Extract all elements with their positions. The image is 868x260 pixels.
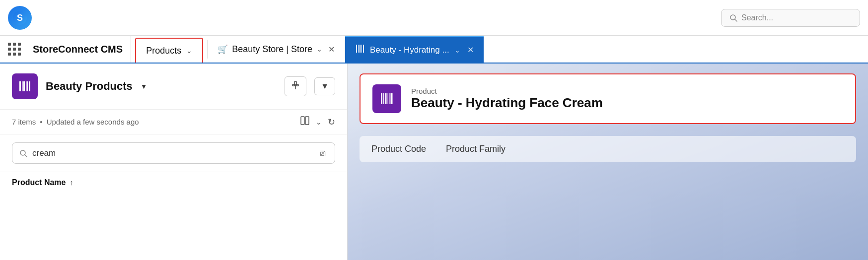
svg-rect-24 [385,93,387,104]
app-logo: S [8,6,32,30]
updated-text: Updated a few seconds ago [47,118,139,126]
svg-rect-15 [294,81,296,85]
chevron-down-icon: ⌄ [454,46,460,54]
chevron-down-icon[interactable]: ⌄ [316,118,322,126]
svg-rect-27 [391,93,393,104]
panel-title: Beauty Products [46,80,133,93]
list-search[interactable]: ⦻ [12,142,335,164]
sort-icon: ↑ [70,179,73,187]
search-placeholder: Search... [741,13,773,22]
column-header-label: Product Name [12,178,66,187]
global-search[interactable]: Search... [721,9,860,27]
list-icon [12,73,38,99]
main-content: Beauty Products ▼ ▼ 7 items • Updated a … [0,64,868,260]
search-icon [729,14,737,22]
product-fields: Product Code Product Family [360,136,856,162]
svg-rect-10 [22,81,23,91]
product-icon [372,84,401,113]
grid-icon [8,43,21,56]
pin-button[interactable] [285,76,306,96]
right-panel: Product Beauty - Hydrating Face Cream Pr… [348,64,868,260]
meta-icons: ⌄ ↻ [300,116,335,128]
tab-products[interactable]: Products ⌄ [135,38,203,63]
field-product-code: Product Code [371,144,426,154]
chevron-down-icon: ⌄ [316,45,322,53]
search-icon [19,149,27,157]
field-product-family: Product Family [446,144,506,154]
product-info: Product Beauty - Hydrating Face Cream [411,87,603,111]
svg-rect-12 [26,81,27,91]
chevron-down-icon: ⌄ [186,47,192,55]
svg-rect-22 [381,93,382,104]
cart-icon: 🛒 [217,44,228,55]
svg-rect-25 [388,93,389,104]
meta-separator: • [40,118,42,126]
svg-rect-19 [305,117,309,125]
search-input[interactable] [32,148,314,158]
close-icon[interactable]: ✕ [467,45,474,55]
svg-rect-9 [19,81,21,91]
barcode-icon [355,44,365,56]
tab-beauty-store-label: Beauty Store | Store [232,44,312,55]
tab-beauty-hydrating[interactable]: Beauty - Hydrating ... ⌄ ✕ [345,36,484,63]
product-card: Product Beauty - Hydrating Face Cream [360,73,856,124]
nav-bar: StoreConnect CMS Products ⌄ 🛒 Beauty Sto… [0,36,868,64]
svg-rect-8 [363,45,364,53]
grid-menu-button[interactable] [0,36,29,63]
left-panel: Beauty Products ▼ ▼ 7 items • Updated a … [0,64,348,260]
svg-rect-18 [301,117,304,125]
items-count: 7 items [12,118,36,126]
columns-icon[interactable] [300,116,310,128]
app-name: StoreConnect CMS [29,36,131,63]
svg-rect-11 [23,81,25,91]
column-header-product-name[interactable]: Product Name ↑ [0,172,347,193]
clear-search-button[interactable]: ⦻ [319,148,328,158]
svg-rect-13 [27,81,28,91]
tab-products-label: Products [146,46,181,56]
tab-beauty-store[interactable]: 🛒 Beauty Store | Store ⌄ ✕ [208,36,345,63]
svg-rect-14 [29,81,30,91]
title-chevron-icon[interactable]: ▼ [141,82,147,90]
tab-beauty-hydrating-label: Beauty - Hydrating ... [370,45,449,55]
svg-line-21 [25,155,27,157]
refresh-icon[interactable]: ↻ [328,117,335,128]
svg-rect-23 [383,93,384,104]
dropdown-button[interactable]: ▼ [314,77,335,95]
svg-line-3 [735,19,737,21]
svg-rect-4 [356,45,357,53]
svg-rect-26 [389,93,390,104]
svg-text:S: S [17,13,23,23]
left-panel-header: Beauty Products ▼ ▼ [0,64,347,110]
panel-meta: 7 items • Updated a few seconds ago ⌄ ↻ [0,110,347,134]
svg-rect-6 [360,45,361,53]
svg-rect-7 [362,45,362,53]
close-icon[interactable]: ✕ [328,45,335,54]
product-name: Beauty - Hydrating Face Cream [411,95,603,111]
product-label: Product [411,87,603,95]
top-bar: S Search... [0,0,868,36]
svg-rect-5 [358,45,359,53]
